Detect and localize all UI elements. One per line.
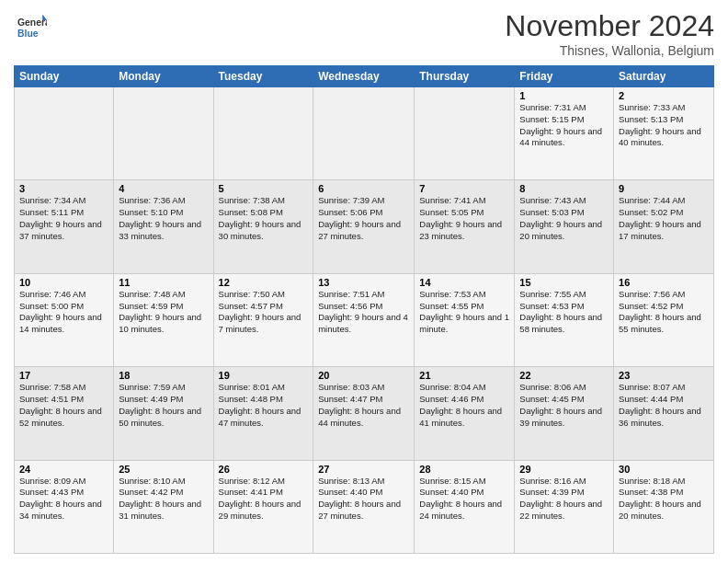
day-info: Sunrise: 7:51 AM Sunset: 4:56 PM Dayligh… — [318, 289, 409, 336]
day-number: 21 — [419, 370, 509, 381]
day-info: Sunrise: 7:44 AM Sunset: 5:02 PM Dayligh… — [619, 195, 709, 242]
day-number: 1 — [519, 90, 609, 101]
calendar-cell: 25Sunrise: 8:10 AM Sunset: 4:42 PM Dayli… — [114, 460, 213, 553]
day-info: Sunrise: 8:03 AM Sunset: 4:47 PM Dayligh… — [318, 382, 409, 429]
day-info: Sunrise: 7:56 AM Sunset: 4:52 PM Dayligh… — [619, 289, 709, 336]
day-number: 17 — [19, 370, 108, 381]
logo-icon: General Blue — [17, 13, 47, 42]
calendar-cell: 11Sunrise: 7:48 AM Sunset: 4:59 PM Dayli… — [114, 273, 213, 366]
calendar-cell: 2Sunrise: 7:33 AM Sunset: 5:13 PM Daylig… — [614, 87, 714, 180]
calendar-cell: 9Sunrise: 7:44 AM Sunset: 5:02 PM Daylig… — [614, 180, 714, 273]
calendar-header-row: Sunday Monday Tuesday Wednesday Thursday… — [15, 66, 714, 87]
col-friday: Friday — [515, 66, 614, 87]
day-number: 30 — [619, 464, 709, 475]
calendar-week-5: 24Sunrise: 8:09 AM Sunset: 4:43 PM Dayli… — [15, 460, 714, 553]
day-info: Sunrise: 7:39 AM Sunset: 5:06 PM Dayligh… — [318, 195, 409, 242]
day-info: Sunrise: 8:04 AM Sunset: 4:46 PM Dayligh… — [419, 382, 509, 429]
day-number: 9 — [619, 183, 709, 194]
calendar-cell: 21Sunrise: 8:04 AM Sunset: 4:46 PM Dayli… — [415, 367, 515, 460]
day-info: Sunrise: 7:34 AM Sunset: 5:11 PM Dayligh… — [19, 195, 108, 242]
day-info: Sunrise: 8:10 AM Sunset: 4:42 PM Dayligh… — [119, 476, 208, 523]
calendar-cell: 6Sunrise: 7:39 AM Sunset: 5:06 PM Daylig… — [313, 180, 415, 273]
day-info: Sunrise: 7:53 AM Sunset: 4:55 PM Dayligh… — [419, 289, 509, 336]
day-number: 18 — [119, 370, 208, 381]
calendar-cell — [313, 87, 415, 180]
day-number: 4 — [119, 183, 208, 194]
calendar-cell: 22Sunrise: 8:06 AM Sunset: 4:45 PM Dayli… — [515, 367, 614, 460]
col-thursday: Thursday — [415, 66, 515, 87]
day-info: Sunrise: 7:31 AM Sunset: 5:15 PM Dayligh… — [519, 102, 609, 149]
calendar-cell: 14Sunrise: 7:53 AM Sunset: 4:55 PM Dayli… — [415, 273, 515, 366]
day-info: Sunrise: 8:06 AM Sunset: 4:45 PM Dayligh… — [519, 382, 609, 429]
calendar-cell: 15Sunrise: 7:55 AM Sunset: 4:53 PM Dayli… — [515, 273, 614, 366]
col-tuesday: Tuesday — [213, 66, 313, 87]
location: Thisnes, Wallonia, Belgium — [505, 43, 714, 58]
calendar-cell: 16Sunrise: 7:56 AM Sunset: 4:52 PM Dayli… — [614, 273, 714, 366]
col-monday: Monday — [114, 66, 213, 87]
calendar-cell: 23Sunrise: 8:07 AM Sunset: 4:44 PM Dayli… — [614, 367, 714, 460]
calendar-week-3: 10Sunrise: 7:46 AM Sunset: 5:00 PM Dayli… — [15, 273, 714, 366]
calendar-cell: 26Sunrise: 8:12 AM Sunset: 4:41 PM Dayli… — [213, 460, 313, 553]
month-title: November 2024 — [505, 9, 714, 43]
calendar-cell: 7Sunrise: 7:41 AM Sunset: 5:05 PM Daylig… — [415, 180, 515, 273]
day-number: 2 — [619, 90, 709, 101]
day-number: 13 — [318, 277, 409, 288]
calendar-week-2: 3Sunrise: 7:34 AM Sunset: 5:11 PM Daylig… — [15, 180, 714, 273]
calendar-cell: 17Sunrise: 7:58 AM Sunset: 4:51 PM Dayli… — [15, 367, 114, 460]
calendar-cell: 3Sunrise: 7:34 AM Sunset: 5:11 PM Daylig… — [15, 180, 114, 273]
day-number: 7 — [419, 183, 509, 194]
calendar-cell: 18Sunrise: 7:59 AM Sunset: 4:49 PM Dayli… — [114, 367, 213, 460]
day-number: 15 — [519, 277, 609, 288]
day-number: 12 — [219, 277, 309, 288]
day-info: Sunrise: 8:09 AM Sunset: 4:43 PM Dayligh… — [19, 476, 108, 523]
day-info: Sunrise: 8:01 AM Sunset: 4:48 PM Dayligh… — [219, 382, 309, 429]
day-number: 14 — [419, 277, 509, 288]
day-number: 6 — [318, 183, 409, 194]
day-info: Sunrise: 8:07 AM Sunset: 4:44 PM Dayligh… — [619, 382, 709, 429]
day-number: 27 — [318, 464, 409, 475]
day-info: Sunrise: 7:43 AM Sunset: 5:03 PM Dayligh… — [519, 195, 609, 242]
calendar-cell: 27Sunrise: 8:13 AM Sunset: 4:40 PM Dayli… — [313, 460, 415, 553]
day-number: 26 — [219, 464, 309, 475]
day-number: 23 — [619, 370, 709, 381]
day-info: Sunrise: 7:41 AM Sunset: 5:05 PM Dayligh… — [419, 195, 509, 242]
day-info: Sunrise: 7:50 AM Sunset: 4:57 PM Dayligh… — [219, 289, 309, 336]
calendar-cell: 4Sunrise: 7:36 AM Sunset: 5:10 PM Daylig… — [114, 180, 213, 273]
header: General Blue November 2024 Thisnes, Wall… — [14, 9, 714, 58]
day-info: Sunrise: 7:55 AM Sunset: 4:53 PM Dayligh… — [519, 289, 609, 336]
day-number: 5 — [219, 183, 309, 194]
calendar-cell — [415, 87, 515, 180]
calendar-cell — [213, 87, 313, 180]
col-saturday: Saturday — [614, 66, 714, 87]
day-info: Sunrise: 7:46 AM Sunset: 5:00 PM Dayligh… — [19, 289, 108, 336]
calendar-week-4: 17Sunrise: 7:58 AM Sunset: 4:51 PM Dayli… — [15, 367, 714, 460]
calendar-cell: 1Sunrise: 7:31 AM Sunset: 5:15 PM Daylig… — [515, 87, 614, 180]
day-number: 11 — [119, 277, 208, 288]
day-number: 16 — [619, 277, 709, 288]
calendar-cell — [114, 87, 213, 180]
day-info: Sunrise: 8:18 AM Sunset: 4:38 PM Dayligh… — [619, 476, 709, 523]
day-number: 22 — [519, 370, 609, 381]
calendar-cell: 19Sunrise: 8:01 AM Sunset: 4:48 PM Dayli… — [213, 367, 313, 460]
day-info: Sunrise: 7:38 AM Sunset: 5:08 PM Dayligh… — [219, 195, 309, 242]
calendar-cell: 24Sunrise: 8:09 AM Sunset: 4:43 PM Dayli… — [15, 460, 114, 553]
day-info: Sunrise: 8:15 AM Sunset: 4:40 PM Dayligh… — [419, 476, 509, 523]
day-info: Sunrise: 7:58 AM Sunset: 4:51 PM Dayligh… — [19, 382, 108, 429]
day-info: Sunrise: 7:36 AM Sunset: 5:10 PM Dayligh… — [119, 195, 208, 242]
calendar-cell: 13Sunrise: 7:51 AM Sunset: 4:56 PM Dayli… — [313, 273, 415, 366]
calendar-cell: 12Sunrise: 7:50 AM Sunset: 4:57 PM Dayli… — [213, 273, 313, 366]
calendar: Sunday Monday Tuesday Wednesday Thursday… — [14, 65, 714, 554]
col-sunday: Sunday — [15, 66, 114, 87]
col-wednesday: Wednesday — [313, 66, 415, 87]
page: General Blue November 2024 Thisnes, Wall… — [0, 0, 728, 563]
day-info: Sunrise: 7:59 AM Sunset: 4:49 PM Dayligh… — [119, 382, 208, 429]
calendar-cell — [15, 87, 114, 180]
calendar-cell: 29Sunrise: 8:16 AM Sunset: 4:39 PM Dayli… — [515, 460, 614, 553]
day-number: 28 — [419, 464, 509, 475]
calendar-cell: 8Sunrise: 7:43 AM Sunset: 5:03 PM Daylig… — [515, 180, 614, 273]
day-number: 19 — [219, 370, 309, 381]
calendar-cell: 20Sunrise: 8:03 AM Sunset: 4:47 PM Dayli… — [313, 367, 415, 460]
day-info: Sunrise: 8:16 AM Sunset: 4:39 PM Dayligh… — [519, 476, 609, 523]
title-block: November 2024 Thisnes, Wallonia, Belgium — [505, 9, 714, 58]
calendar-cell: 10Sunrise: 7:46 AM Sunset: 5:00 PM Dayli… — [15, 273, 114, 366]
